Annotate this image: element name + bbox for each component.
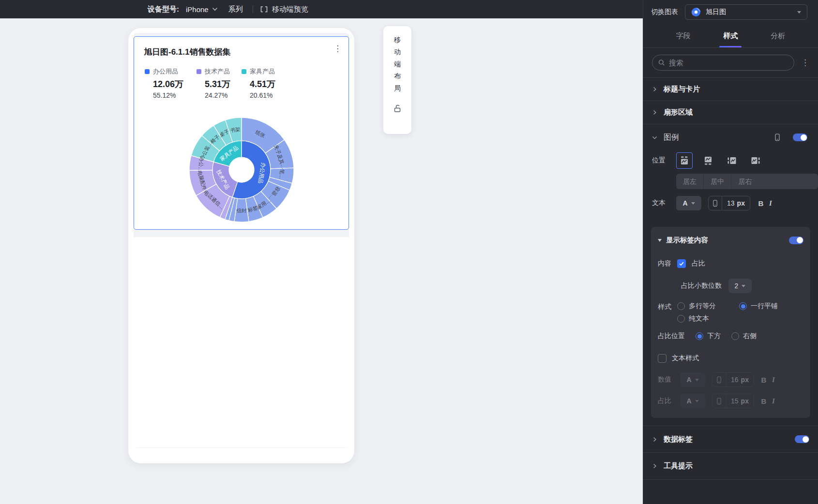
legend-align-group: 居左 居中 居右	[676, 174, 818, 189]
text-style-checkbox[interactable]	[658, 354, 667, 363]
percent-row-label: 占比	[658, 397, 674, 405]
check-icon	[679, 261, 684, 267]
radio-below[interactable]: 下方	[696, 332, 721, 341]
legend-position-bottom-button[interactable]	[700, 152, 716, 169]
legend-name: 技术产品	[205, 67, 230, 76]
tab-style[interactable]: 样式	[723, 24, 738, 47]
font-size-value: 13	[727, 199, 735, 207]
card-title: 旭日图-6.1.1销售数据集	[144, 46, 230, 58]
legend-bottom-icon	[703, 155, 713, 166]
canvas-area: 旭日图-6.1.1销售数据集 ⋮ 办公用品 12.06万 55.12% 技术产品…	[0, 18, 643, 504]
section-title: 扇形区域	[664, 108, 693, 117]
caret-down-icon	[691, 202, 695, 205]
radio-icon	[677, 302, 685, 310]
radio-icon	[677, 315, 685, 323]
panel-menu-dots[interactable]: ⋮	[801, 59, 809, 67]
section-sector[interactable]: 扇形区域	[643, 101, 818, 124]
text-color-button[interactable]: A	[676, 196, 701, 210]
value-row-label: 数值	[658, 375, 674, 384]
value-size-control[interactable]: 16 px	[712, 372, 754, 387]
legend-align-right-button[interactable]: 居右	[731, 174, 759, 189]
legend-swatch	[242, 69, 246, 74]
sunburst-chart-icon	[691, 7, 701, 17]
search-box[interactable]	[652, 55, 794, 71]
legend-name: 办公用品	[153, 67, 178, 76]
value-italic-button[interactable]: I	[769, 376, 778, 384]
mobile-layout-char: 动	[394, 46, 401, 58]
percent-bold-button[interactable]: B	[759, 397, 769, 405]
style-label: 样式	[658, 302, 674, 311]
percent-color-button[interactable]: A	[680, 394, 705, 408]
legend-align-center-button[interactable]: 居中	[704, 174, 731, 189]
radio-plaintext[interactable]: 纯文本	[677, 314, 739, 323]
bold-button[interactable]: B	[756, 199, 766, 208]
device-series-label: 系列	[228, 5, 243, 14]
section-tooltip[interactable]: 工具提示	[643, 453, 818, 480]
legend-item[interactable]: 办公用品 12.06万 55.12%	[145, 67, 183, 99]
legend-percent: 24.27%	[205, 91, 230, 99]
decimal-places-label: 占比小数位数	[681, 282, 722, 290]
section-title: 图例	[664, 133, 679, 143]
radio-multiline[interactable]: 多行等分	[677, 302, 739, 311]
percent-style-row: 占比 A 15 px B I	[658, 394, 803, 408]
legend-item[interactable]: 技术产品 5.31万 24.27%	[197, 67, 230, 99]
percent-position-label: 占比位置	[658, 332, 685, 341]
chart-type-dropdown[interactable]: 旭日图	[685, 4, 807, 20]
device-model-dropdown[interactable]: iPhone	[186, 5, 218, 14]
italic-button[interactable]: I	[766, 199, 775, 208]
legend-value: 5.31万	[205, 78, 230, 90]
card-menu-dots[interactable]: ⋮	[333, 44, 342, 54]
percent-italic-button[interactable]: I	[769, 397, 778, 405]
legend-position-right-button[interactable]	[747, 152, 764, 169]
decimal-places-value: 2	[735, 282, 739, 290]
decimal-places-dropdown[interactable]: 2	[728, 279, 752, 293]
legend-name: 家具产品	[250, 67, 275, 76]
legend-text-label: 文本	[652, 199, 669, 208]
legend-toggle[interactable]	[793, 133, 807, 141]
radio-oneline[interactable]: 一行平铺	[739, 302, 778, 311]
device-model-label: 设备型号:	[148, 5, 179, 14]
legend-position-label: 位置	[652, 156, 669, 165]
section-title: 工具提示	[664, 461, 693, 471]
chart-card[interactable]: 旭日图-6.1.1销售数据集 ⋮ 办公用品 12.06万 55.12% 技术产品…	[134, 36, 349, 230]
legend-value: 4.51万	[250, 78, 275, 90]
empty-card[interactable]	[134, 237, 349, 447]
unlock-icon[interactable]	[393, 104, 402, 115]
legend-item[interactable]: 家具产品 4.51万 20.61%	[242, 67, 275, 99]
legend-position-left-button[interactable]	[724, 152, 740, 169]
sunburst-chart[interactable]: 办公用品纸张夹子及其…笔…容器…家用…标签信封技术产品电话通信…电脑配件办公…家…	[188, 117, 295, 223]
tab-fields[interactable]: 字段	[676, 24, 691, 47]
section-data-label[interactable]: 数据标签	[643, 426, 818, 453]
mobile-layout-panel[interactable]: 移 动 端 布 局	[383, 26, 411, 134]
mobile-layout-char: 布	[394, 70, 401, 82]
label-content-header[interactable]: 显示标签内容	[658, 236, 803, 245]
data-label-toggle[interactable]	[795, 435, 809, 443]
legend-position-options	[676, 152, 764, 169]
legend-align-left-button[interactable]: 居左	[676, 174, 704, 189]
px-unit: px	[737, 199, 745, 207]
legend-percent: 55.12%	[153, 91, 183, 99]
decimal-row: 占比小数位数 2	[681, 279, 803, 293]
label-content-toggle[interactable]	[789, 237, 803, 244]
tab-analysis[interactable]: 分析	[771, 24, 785, 47]
search-input[interactable]	[669, 59, 788, 67]
caret-down-icon	[742, 285, 745, 287]
percent-position-row: 占比位置 下方 右侧	[658, 332, 803, 341]
value-bold-button[interactable]: B	[759, 376, 769, 384]
legend-position-top-button[interactable]	[676, 152, 693, 169]
section-title-card[interactable]: 标题与卡片	[643, 78, 818, 101]
value-color-button[interactable]: A	[680, 372, 705, 387]
style-panel: 切换图表 旭日图 字段 样式 分析 ⋮ 标题与卡片	[643, 0, 818, 504]
percent-checkbox[interactable]	[677, 259, 686, 268]
chevron-down-icon	[212, 7, 218, 11]
percent-size-control[interactable]: 15 px	[712, 394, 754, 408]
text-style-row: 文本样式	[658, 354, 803, 363]
section-legend[interactable]: 图例	[643, 124, 818, 150]
px-unit: px	[741, 376, 749, 384]
font-size-control[interactable]: 13 px	[708, 196, 750, 210]
chart-switcher-label: 切换图表	[651, 8, 678, 16]
radio-right[interactable]: 右侧	[731, 332, 757, 341]
mobile-preview-button[interactable]: 移动端预览	[260, 5, 308, 14]
legend-value: 12.06万	[153, 78, 183, 90]
label-content-title: 显示标签内容	[666, 236, 708, 245]
